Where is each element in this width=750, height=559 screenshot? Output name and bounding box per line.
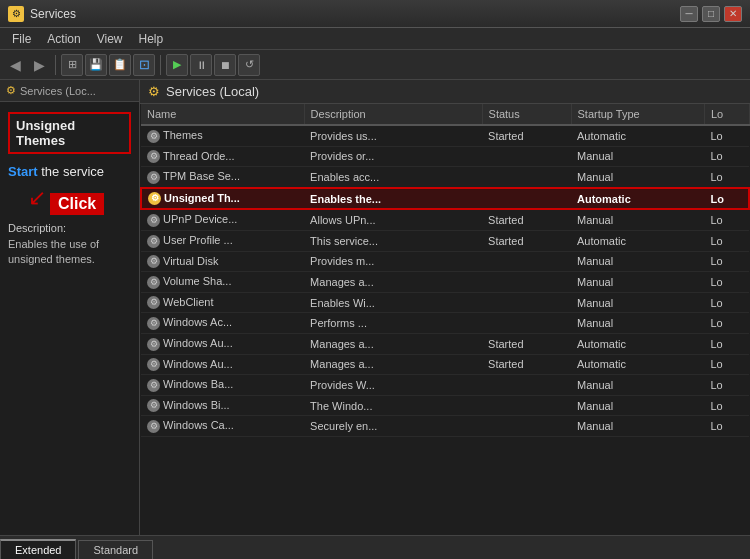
toolbar-pause-button[interactable]: ⏸ — [190, 54, 212, 76]
toolbar-refresh-button[interactable]: ⊡ — [133, 54, 155, 76]
cell-logon: Lo — [704, 251, 749, 272]
cell-name: ⚙Windows Bi... — [141, 395, 304, 416]
cell-desc: Provides us... — [304, 125, 482, 146]
menu-view[interactable]: View — [89, 30, 131, 48]
cell-name: ⚙Windows Ba... — [141, 375, 304, 396]
left-panel-content: Unsigned Themes Start the service ↙ Clic… — [0, 102, 139, 278]
cell-name: ⚙WebClient — [141, 292, 304, 313]
nav-back-button[interactable]: ◀ — [4, 54, 26, 76]
main-area: ⚙ Services (Loc... Unsigned Themes Start… — [0, 80, 750, 535]
toolbar-save-button[interactable]: 💾 — [85, 54, 107, 76]
cell-name: ⚙Volume Sha... — [141, 272, 304, 293]
menu-help[interactable]: Help — [131, 30, 172, 48]
table-row[interactable]: ⚙Windows Au...Manages a...StartedAutomat… — [141, 354, 749, 375]
cell-logon: Lo — [704, 146, 749, 167]
description-section: Description: Enables the use of unsigned… — [8, 221, 131, 268]
table-row[interactable]: ⚙TPM Base Se...Enables acc...ManualLo — [141, 167, 749, 188]
cell-startup: Manual — [571, 272, 704, 293]
toolbar-restart-button[interactable]: ↺ — [238, 54, 260, 76]
cell-status: Started — [482, 209, 571, 230]
click-label: Click — [50, 193, 104, 215]
table-row[interactable]: ⚙Unsigned Th...Enables the...AutomaticLo — [141, 188, 749, 210]
toolbar-show-button[interactable]: ⊞ — [61, 54, 83, 76]
cell-name: ⚙Windows Au... — [141, 354, 304, 375]
cell-name: ⚙Windows Au... — [141, 333, 304, 354]
table-row[interactable]: ⚙Windows Ba...Provides W...ManualLo — [141, 375, 749, 396]
right-panel-header: ⚙ Services (Local) — [140, 80, 750, 104]
tab-standard[interactable]: Standard — [78, 540, 153, 559]
cell-startup: Manual — [571, 209, 704, 230]
toolbar-separator-1 — [55, 55, 56, 75]
nav-forward-button[interactable]: ▶ — [28, 54, 50, 76]
table-row[interactable]: ⚙WebClientEnables Wi...ManualLo — [141, 292, 749, 313]
col-header-status[interactable]: Status — [482, 104, 571, 125]
unsigned-themes-box: Unsigned Themes — [8, 112, 131, 154]
cell-status — [482, 416, 571, 437]
table-header-row: Name Description Status Startup Type Lo — [141, 104, 749, 125]
col-header-desc[interactable]: Description — [304, 104, 482, 125]
cell-desc: Provides m... — [304, 251, 482, 272]
cell-status — [482, 375, 571, 396]
cell-status: Started — [482, 354, 571, 375]
cell-logon: Lo — [704, 188, 749, 210]
cell-startup: Manual — [571, 167, 704, 188]
cell-name: ⚙Windows Ca... — [141, 416, 304, 437]
cell-startup: Automatic — [571, 333, 704, 354]
app-icon: ⚙ — [8, 6, 24, 22]
left-panel-gear-icon: ⚙ — [6, 84, 16, 97]
cell-startup: Manual — [571, 251, 704, 272]
close-button[interactable]: ✕ — [724, 6, 742, 22]
cell-name: ⚙Themes — [141, 125, 304, 146]
title-bar-text: Services — [30, 7, 680, 21]
services-table[interactable]: Name Description Status Startup Type Lo … — [140, 104, 750, 535]
cell-startup: Automatic — [571, 354, 704, 375]
menu-file[interactable]: File — [4, 30, 39, 48]
cell-desc: Performs ... — [304, 313, 482, 334]
col-header-logon[interactable]: Lo — [704, 104, 749, 125]
cell-name: ⚙UPnP Device... — [141, 209, 304, 230]
col-header-startup[interactable]: Startup Type — [571, 104, 704, 125]
left-panel: ⚙ Services (Loc... Unsigned Themes Start… — [0, 80, 140, 535]
cell-status — [482, 292, 571, 313]
right-panel: ⚙ Services (Local) Name Description Stat… — [140, 80, 750, 535]
left-panel-header: ⚙ Services (Loc... — [0, 80, 139, 102]
table-row[interactable]: ⚙ThemesProvides us...StartedAutomaticLo — [141, 125, 749, 146]
table-row[interactable]: ⚙Virtual DiskProvides m...ManualLo — [141, 251, 749, 272]
col-header-name[interactable]: Name — [141, 104, 304, 125]
tab-extended[interactable]: Extended — [0, 539, 76, 559]
desc-title: Description: — [8, 222, 66, 234]
table-row[interactable]: ⚙Volume Sha...Manages a...ManualLo — [141, 272, 749, 293]
cell-startup: Manual — [571, 416, 704, 437]
menu-action[interactable]: Action — [39, 30, 88, 48]
arrow-icon: ↙ — [28, 185, 46, 211]
cell-status: Started — [482, 333, 571, 354]
table-row[interactable]: ⚙UPnP Device...Allows UPn...StartedManua… — [141, 209, 749, 230]
table-row[interactable]: ⚙Windows Ac...Performs ...ManualLo — [141, 313, 749, 334]
cell-desc: Enables acc... — [304, 167, 482, 188]
cell-name: ⚙Unsigned Th... — [141, 188, 304, 210]
table-row[interactable]: ⚙Thread Orde...Provides or...ManualLo — [141, 146, 749, 167]
cell-status — [482, 188, 571, 210]
cell-startup: Automatic — [571, 188, 704, 210]
toolbar-stop-button[interactable]: ⏹ — [214, 54, 236, 76]
cell-desc: Manages a... — [304, 272, 482, 293]
cell-startup: Manual — [571, 375, 704, 396]
minimize-button[interactable]: ─ — [680, 6, 698, 22]
start-link[interactable]: Start — [8, 164, 38, 179]
maximize-button[interactable]: □ — [702, 6, 720, 22]
cell-startup: Automatic — [571, 230, 704, 251]
table-row[interactable]: ⚙Windows Ca...Securely en...ManualLo — [141, 416, 749, 437]
title-bar-buttons: ─ □ ✕ — [680, 6, 742, 22]
title-bar: ⚙ Services ─ □ ✕ — [0, 0, 750, 28]
table-row[interactable]: ⚙Windows Au...Manages a...StartedAutomat… — [141, 333, 749, 354]
cell-status — [482, 167, 571, 188]
cell-startup: Manual — [571, 395, 704, 416]
cell-logon: Lo — [704, 167, 749, 188]
cell-logon: Lo — [704, 209, 749, 230]
table-row[interactable]: ⚙Windows Bi...The Windo...ManualLo — [141, 395, 749, 416]
cell-name: ⚙Virtual Disk — [141, 251, 304, 272]
table-row[interactable]: ⚙User Profile ...This service...StartedA… — [141, 230, 749, 251]
toolbar-properties-button[interactable]: 📋 — [109, 54, 131, 76]
toolbar: ◀ ▶ ⊞ 💾 📋 ⊡ ▶ ⏸ ⏹ ↺ — [0, 50, 750, 80]
toolbar-play-button[interactable]: ▶ — [166, 54, 188, 76]
